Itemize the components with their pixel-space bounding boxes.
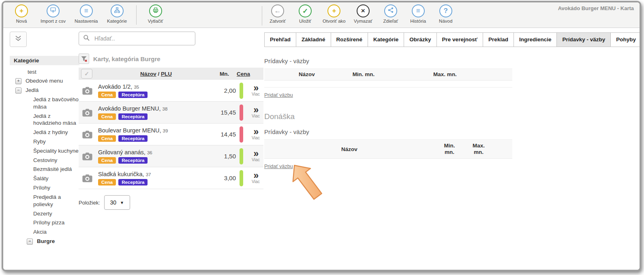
card-row-avok-do-1-2[interactable]: Avokádo 1/2, 35CenaReceptúra2,00»Viac xyxy=(79,80,263,102)
collapse-icon[interactable]: − xyxy=(27,239,33,245)
toolbar-button-nov[interactable]: +Nová xyxy=(11,4,32,23)
select-all-checkbox[interactable]: ✓ xyxy=(81,69,92,79)
sidebar-item-pr-lohy-pizza[interactable]: Prílohy pizza xyxy=(10,218,79,228)
sidebar-item-cestoviny[interactable]: Cestoviny xyxy=(10,156,79,165)
sort-by-plu[interactable]: PLU xyxy=(161,71,172,77)
more-button[interactable]: »Viac xyxy=(248,128,263,140)
toolbar-button-n-vod[interactable]: ?Návod xyxy=(436,4,456,23)
camera-icon[interactable] xyxy=(79,152,96,161)
tab-obr-zky[interactable]: Obrázky xyxy=(404,32,436,47)
sidebar-item-pr-lohy[interactable]: Prílohy xyxy=(10,183,79,193)
camera-icon[interactable] xyxy=(79,174,96,183)
card-row-avok-do-burger-menu[interactable]: Avokádo Burger MENU, 38CenaReceptúra15,4… xyxy=(79,102,263,124)
tab-preh-ad[interactable]: Prehľad xyxy=(264,32,296,47)
delete-icon: × xyxy=(357,4,370,17)
sidebar-item-label: Predjedlá a polievky xyxy=(33,194,79,208)
items-per-page-select[interactable]: 30 ▼ xyxy=(104,195,130,210)
card-row-sladk-kukuri-ka[interactable]: Sladká kukurička, 37CenaReceptúra3,00»Vi… xyxy=(79,167,263,189)
toolbar-button-nastavenia[interactable]: ≡Nastavenia xyxy=(75,4,98,23)
collapse-all-button[interactable] xyxy=(10,32,27,47)
expand-icon[interactable]: + xyxy=(15,78,21,84)
status-bar-red xyxy=(240,104,243,121)
toolbar-button-vytla-i[interactable]: Vytlačiť xyxy=(145,4,166,23)
badge-cena: Cena xyxy=(98,157,116,164)
filter-remove-icon[interactable] xyxy=(79,53,89,64)
sidebar-item-predjedl-a-polievky[interactable]: Predjedlá a polievky xyxy=(10,192,79,209)
delivery-col-min: Min. mn. xyxy=(434,141,464,157)
tab-pohyby[interactable]: Pohyby xyxy=(610,32,641,47)
toolbar-divider xyxy=(136,5,137,25)
print-icon xyxy=(152,6,159,16)
camera-icon[interactable] xyxy=(79,130,96,139)
sidebar-item-obedov-menu[interactable]: +Obedové menu xyxy=(10,77,79,86)
screenshot-frame: +NováImport z csv≡NastaveniaKategórieVyt… xyxy=(0,0,644,275)
toolbar-button-vymaza[interactable]: ×Vymazať xyxy=(353,4,373,23)
toolbar-button-zdie-a[interactable]: Zdieľať xyxy=(381,4,401,23)
collapse-icon[interactable]: − xyxy=(15,87,21,94)
delivery-col-name: Názov xyxy=(264,146,434,152)
sidebar-item-ryby[interactable]: Ryby xyxy=(10,137,79,147)
badge-cena: Cena xyxy=(98,113,116,120)
badge-recept-ra: Receptúra xyxy=(118,113,148,120)
card-plu: 39 xyxy=(163,128,168,133)
tab-preklad[interactable]: Preklad xyxy=(483,32,514,47)
add-delivery-binding-link[interactable]: Pridať väzbu xyxy=(264,164,293,169)
more-button[interactable]: »Viac xyxy=(248,107,263,118)
sidebar-item-al-ty[interactable]: Šaláty xyxy=(10,174,79,183)
card-badges: CenaReceptúra xyxy=(98,92,213,98)
sort-by-price[interactable]: Cena xyxy=(237,71,263,77)
more-button[interactable]: »Viac xyxy=(248,172,263,184)
sidebar-item-jedl-z-hydiny[interactable]: Jedlá z hydiny xyxy=(10,128,79,137)
toolbar-button-zatvori[interactable]: ←Zatvoriť xyxy=(267,4,288,23)
sort-by-name[interactable]: Názov xyxy=(140,71,156,77)
tab-kateg-rie[interactable]: Kategórie xyxy=(368,32,404,47)
more-button[interactable]: »Viac xyxy=(248,150,263,162)
card-row-grilovan-anan-s[interactable]: Grilovaný ananás, 36CenaReceptúra1,50»Vi… xyxy=(79,145,263,167)
card-name: Avokádo Burger MENU, 38 xyxy=(98,105,213,112)
sidebar: Kategórie test+Obedové menu−JedláJedlá z… xyxy=(10,28,79,246)
items-per-page-label: Položiek: xyxy=(79,200,100,206)
tab-pr-davky-v-zby[interactable]: Prídavky - väzby xyxy=(556,32,611,47)
camera-icon[interactable] xyxy=(79,86,96,95)
card-row-boulevar-burger-menu[interactable]: Boulevar Burger MENU, 39CenaReceptúra14,… xyxy=(79,124,263,145)
addons-col-max: Max. mn. xyxy=(378,69,512,80)
delivery-addons-heading: Prídavky - väzby xyxy=(264,128,635,135)
addons-col-min: Min. mn. xyxy=(349,69,378,80)
sidebar-item-peciality-kuchyne[interactable]: Špeciality kuchyne xyxy=(10,146,79,156)
add-binding-link[interactable]: Pridať väzbu xyxy=(264,92,293,98)
open-as-icon: + xyxy=(327,4,340,17)
more-button[interactable]: »Viac xyxy=(248,85,263,96)
card-badges: CenaReceptúra xyxy=(98,113,213,120)
search-input[interactable] xyxy=(94,35,191,42)
card-price: 1,50 xyxy=(213,153,240,160)
share-icon xyxy=(384,4,397,17)
toolbar-button-label: Zdieľať xyxy=(383,19,398,23)
toolbar-button-import-z-csv[interactable]: Import z csv xyxy=(41,4,66,23)
tab-roz-ren[interactable]: Rozšírené xyxy=(331,32,368,47)
camera-icon[interactable] xyxy=(79,108,96,117)
card-row-main: Avokádo 1/2, 35CenaReceptúra xyxy=(96,83,213,98)
toolbar-button-kateg-rie[interactable]: Kategórie xyxy=(107,4,127,23)
tab-pre-verejnos[interactable]: Pre verejnosť xyxy=(436,32,484,47)
sidebar-item-dezerty[interactable]: Dezerty xyxy=(10,209,79,218)
sidebar-item-akcia[interactable]: Akcia xyxy=(10,228,79,237)
addons-table-header: Názov Min. mn. Max. mn. xyxy=(264,68,512,81)
toolbar-button-otvori-ako[interactable]: +Otvoriť ako xyxy=(323,4,346,23)
sidebar-item-test[interactable]: test xyxy=(10,67,79,77)
toolbar-divider xyxy=(262,6,262,26)
delete-icon: × xyxy=(361,7,365,15)
sidebar-item-bezm-sit-jedl[interactable]: Bezmäsité jedlá xyxy=(10,165,79,174)
tab-ingrediencie[interactable]: Ingrediencie xyxy=(513,32,557,47)
sidebar-item-jedl-z-hov-dzieho-m-sa[interactable]: Jedlá z hovädzieho mäsa xyxy=(10,111,79,128)
sidebar-item-jedl[interactable]: −Jedlá xyxy=(10,86,79,95)
delivery-section-heading: Donáška xyxy=(264,112,635,121)
sidebar-item-burgre[interactable]: −Burgre xyxy=(10,237,79,246)
tab-z-kladn[interactable]: Základné xyxy=(296,32,331,47)
toolbar-button-hist-ria[interactable]: ≡História xyxy=(408,4,428,23)
card-badges: CenaReceptúra xyxy=(98,179,213,185)
status-bar-green xyxy=(240,170,243,186)
sidebar-item-jedl-z-bav-ov-ho-m-sa[interactable]: Jedlá z bavčového mäsa xyxy=(10,95,79,111)
toolbar-button-ulo-i[interactable]: ✓Uložiť xyxy=(295,4,315,23)
status-bar-red xyxy=(240,126,243,143)
toolbar-button-label: Import z csv xyxy=(41,19,66,23)
